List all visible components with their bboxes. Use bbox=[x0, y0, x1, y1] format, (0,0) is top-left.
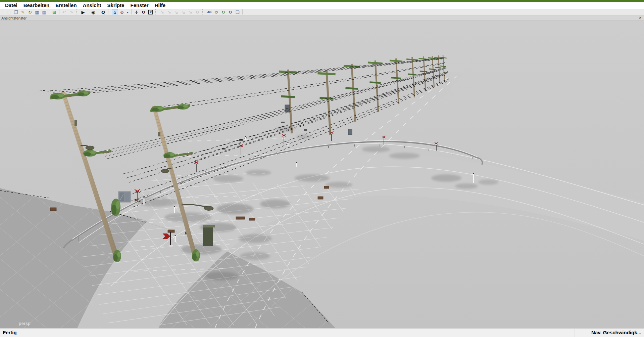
eye-icon[interactable]: ◉ bbox=[90, 9, 96, 15]
toolbar-grip bbox=[108, 9, 110, 14]
arrow-down-right-icon-3[interactable]: ⇘ bbox=[173, 9, 180, 15]
toolbar-grip bbox=[202, 9, 204, 14]
rename-ab-icon[interactable]: AB bbox=[206, 9, 212, 15]
status-message: Fertig bbox=[3, 330, 17, 335]
zoom-icon[interactable]: Q bbox=[100, 9, 106, 15]
no-draw-icon[interactable]: ⊘ bbox=[119, 9, 125, 15]
paste-icon[interactable]: ❏ bbox=[234, 9, 241, 15]
toolbar-separator bbox=[59, 9, 59, 14]
rotate-tool-icon[interactable]: ↻ bbox=[140, 9, 147, 15]
viewport[interactable]: persp bbox=[0, 21, 644, 328]
refresh-icon[interactable]: ↻ bbox=[27, 9, 33, 15]
undo-icon[interactable]: ↶ bbox=[61, 9, 67, 15]
menu-item-datei[interactable]: Datei bbox=[2, 2, 20, 8]
toolbar-grip bbox=[155, 9, 157, 14]
edit-notepad-icon[interactable]: ✎ bbox=[20, 9, 26, 15]
toolbar-separator bbox=[242, 9, 243, 14]
scale-tool-icon[interactable]: ↗ bbox=[148, 10, 153, 14]
arrow-down-right-icon-4[interactable]: ⇘ bbox=[180, 9, 187, 15]
new-file-icon[interactable]: ▢ bbox=[6, 9, 12, 15]
play-icon[interactable]: ▶ bbox=[80, 9, 86, 15]
save-icon[interactable]: ▦ bbox=[34, 9, 40, 15]
save-as-icon[interactable]: ▦ bbox=[41, 9, 47, 15]
status-separator bbox=[54, 329, 54, 337]
close-icon[interactable]: × bbox=[636, 15, 644, 20]
dropdown-caret-icon[interactable]: ▾ bbox=[126, 9, 130, 15]
open-folder-icon[interactable]: ❐ bbox=[13, 9, 19, 15]
home-icon[interactable]: ⌂ bbox=[112, 9, 118, 15]
menu-item-ansicht[interactable]: Ansicht bbox=[80, 2, 104, 8]
menu-item-bearbeiten[interactable]: Bearbeiten bbox=[20, 2, 53, 8]
menu-item-hilfe[interactable]: Hilfe bbox=[152, 2, 169, 8]
toolbar-separator bbox=[131, 9, 132, 14]
nav-speed-label: Nav. Geschwindigk... bbox=[591, 330, 641, 335]
status-bar: Fertig Nav. Geschwindigk... bbox=[0, 328, 644, 337]
toolbar-separator bbox=[88, 9, 88, 14]
refresh-blue-icon[interactable]: ↻ bbox=[227, 9, 234, 15]
rotate-gray-icon[interactable]: ↻ bbox=[194, 9, 201, 15]
arrow-down-right-icon-2[interactable]: ↘ bbox=[166, 9, 172, 15]
menu-bar: DateiBearbeitenErstellenAnsichtSkripteFe… bbox=[0, 2, 644, 9]
refresh-star-icon[interactable]: ↻ bbox=[220, 9, 227, 15]
arrow-down-right-icon-1[interactable]: ↘ bbox=[159, 9, 165, 15]
toolbar-grip bbox=[2, 9, 4, 14]
camera-label: persp bbox=[19, 321, 31, 326]
toolbar-separator bbox=[49, 9, 49, 14]
arrow-down-right-icon-5[interactable]: ↘ bbox=[187, 9, 194, 15]
status-separator bbox=[575, 329, 575, 337]
toolbar-separator bbox=[98, 9, 98, 14]
menu-item-fenster[interactable]: Fenster bbox=[127, 2, 151, 8]
info-board[interactable] bbox=[118, 191, 131, 203]
reload-icon[interactable]: ↺ bbox=[213, 9, 219, 15]
redo-icon[interactable]: ↷ bbox=[68, 9, 75, 15]
viewport-canvas[interactable] bbox=[0, 21, 644, 328]
toolbar: ▢❐✎↻▦▦⊞↶↷▶◉Q⌂⊘▾✛↻↗↘↘⇘⇘↘↻AB↺↻↻❏ bbox=[0, 9, 644, 15]
viewport-title: Ansichtsfenster bbox=[0, 16, 636, 20]
menu-item-erstellen[interactable]: Erstellen bbox=[52, 2, 80, 8]
add-page-icon[interactable]: ⊞ bbox=[51, 9, 57, 15]
move-tool-icon[interactable]: ✛ bbox=[133, 9, 140, 15]
toolbar-grip bbox=[76, 9, 78, 14]
viewport-header: Ansichtsfenster × bbox=[0, 15, 644, 21]
menu-item-skripte[interactable]: Skripte bbox=[104, 2, 128, 8]
